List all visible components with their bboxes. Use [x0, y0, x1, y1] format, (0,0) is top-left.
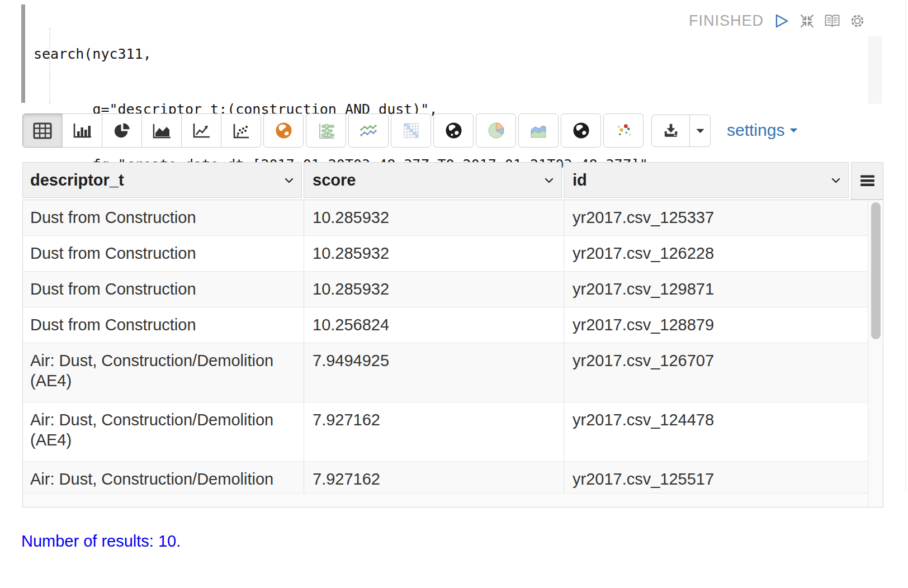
cell-id: yr2017.csv_128879: [564, 307, 868, 343]
collapse-output-button[interactable]: [798, 13, 815, 30]
column-header-score[interactable]: score: [304, 162, 562, 198]
viz-area-colored-button[interactable]: [518, 113, 559, 148]
table-row: Dust from Construction 10.285932 yr2017.…: [23, 236, 868, 272]
code-line: search(nyc311,: [34, 45, 656, 63]
table-row: Dust from Construction 10.285932 yr2017.…: [23, 200, 868, 236]
viz-bar-chart-button[interactable]: [62, 113, 102, 148]
column-header-descriptor[interactable]: descriptor_t: [22, 162, 302, 198]
download-icon: [663, 123, 679, 139]
vertical-scrollbar-thumb[interactable]: [871, 202, 881, 339]
table-row: Air: Dust, Construction/Demolition 7.927…: [23, 462, 868, 493]
bar-chart-icon: [72, 122, 92, 139]
cell-id: yr2017.csv_125337: [564, 200, 868, 235]
viz-globe-dark-2-button[interactable]: [561, 113, 601, 148]
status-badge: FINISHED: [689, 12, 764, 30]
area-colored-icon: [529, 122, 548, 139]
viz-scatter-colored-button[interactable]: [603, 113, 644, 148]
horizontal-scrollbar-track[interactable]: [23, 493, 868, 507]
cell-score: 10.285932: [304, 200, 564, 235]
viz-scatter-chart-button[interactable]: [221, 113, 261, 148]
viz-pie-chart-button[interactable]: [102, 113, 142, 148]
caret-down-icon: [789, 128, 798, 133]
gear-icon: [849, 13, 866, 29]
zeppelin-paragraph: search(nyc311, q="descriptor_t:(construc…: [0, 0, 908, 588]
viz-map-globe-orange-button[interactable]: [263, 113, 304, 148]
globe-dark-2-icon: [573, 122, 590, 139]
bubble-matrix-icon: [316, 122, 335, 139]
cell-score: 7.9494925: [304, 343, 564, 402]
globe-dark-1-icon: [445, 122, 462, 139]
table-icon: [33, 122, 52, 139]
cell-id: yr2017.csv_124478: [564, 402, 868, 461]
viz-heatmap-grid-button[interactable]: [391, 113, 431, 148]
compress-icon: [800, 13, 815, 29]
cell-descriptor: Dust from Construction: [23, 272, 304, 307]
viz-area-chart-button[interactable]: [141, 113, 182, 148]
table-row: Dust from Construction 10.285932 yr2017.…: [23, 272, 868, 307]
viz-table-button[interactable]: [22, 113, 63, 148]
notebook-button[interactable]: [824, 13, 840, 30]
column-header-label: descriptor_t: [30, 171, 124, 189]
table-row: Air: Dust, Construction/Demolition (AE4)…: [23, 343, 868, 402]
cell-descriptor: Air: Dust, Construction/Demolition: [23, 462, 304, 493]
cell-score: 7.927162: [304, 462, 564, 493]
cell-id: yr2017.csv_125517: [564, 462, 868, 493]
cell-descriptor: Dust from Construction: [23, 236, 304, 271]
download-button[interactable]: [651, 115, 690, 147]
cell-id: yr2017.csv_129871: [564, 272, 868, 307]
results-table: Dust from Construction 10.285932 yr2017.…: [22, 200, 883, 508]
scatter-colored-icon: [615, 122, 632, 139]
line-chart-icon: [192, 122, 211, 139]
hamburger-icon: [860, 175, 875, 187]
editor-scrollbar[interactable]: [868, 36, 882, 104]
column-header-label: score: [313, 171, 356, 189]
viz-bubble-matrix-button[interactable]: [306, 113, 346, 148]
editor-active-bar: [21, 4, 25, 103]
settings-label: settings: [727, 121, 784, 140]
download-split-button: [651, 115, 711, 147]
chevron-down-icon[interactable]: [285, 178, 294, 183]
cell-score: 7.927162: [304, 402, 564, 461]
column-header-id[interactable]: id: [564, 162, 849, 198]
paragraph-right-border: [905, 0, 906, 492]
paragraph-settings-button[interactable]: [849, 13, 866, 30]
vertical-scrollbar-track[interactable]: [868, 200, 883, 507]
viz-button-strip: [22, 113, 644, 148]
chevron-down-icon[interactable]: [545, 178, 554, 183]
pie-chart-icon: [113, 122, 131, 139]
results-count-text: Number of results: 10.: [21, 532, 181, 551]
play-icon: [775, 13, 789, 29]
play-button[interactable]: [773, 13, 790, 30]
table-row: Dust from Construction 10.256824 yr2017.…: [23, 307, 868, 343]
cell-descriptor: Dust from Construction: [23, 307, 304, 343]
cell-score: 10.256824: [304, 307, 564, 343]
table-row: Air: Dust, Construction/Demolition (AE4)…: [23, 402, 868, 462]
pie-colored-icon: [488, 122, 505, 139]
viz-pie-colored-button[interactable]: [476, 113, 516, 148]
area-chart-icon: [152, 122, 171, 139]
notebook-icon: [824, 14, 840, 28]
grid-menu-button[interactable]: [851, 162, 883, 200]
cell-id: yr2017.csv_126707: [564, 343, 868, 402]
multi-line-icon: [359, 122, 378, 139]
paragraph-controls: FINISHED: [689, 12, 866, 30]
viz-globe-dark-1-button[interactable]: [433, 113, 474, 148]
scatter-chart-icon: [231, 122, 250, 139]
heatmap-grid-icon: [403, 122, 420, 139]
cell-descriptor: Air: Dust, Construction/Demolition (AE4): [23, 343, 304, 402]
map-globe-orange-icon: [275, 122, 292, 139]
cell-score: 10.285932: [304, 272, 564, 307]
viz-multi-line-button[interactable]: [348, 113, 389, 148]
chevron-down-icon[interactable]: [831, 178, 840, 183]
cell-id: yr2017.csv_126228: [564, 236, 868, 271]
cell-descriptor: Dust from Construction: [23, 200, 304, 235]
settings-dropdown[interactable]: settings: [727, 121, 798, 140]
download-options-button[interactable]: [689, 115, 711, 147]
table-rows-viewport: Dust from Construction 10.285932 yr2017.…: [23, 200, 868, 493]
column-header-label: id: [573, 171, 587, 189]
cell-score: 10.285932: [304, 236, 564, 271]
cell-descriptor: Air: Dust, Construction/Demolition (AE4): [23, 402, 304, 461]
caret-down-icon: [696, 129, 704, 134]
viz-line-chart-button[interactable]: [181, 113, 221, 148]
